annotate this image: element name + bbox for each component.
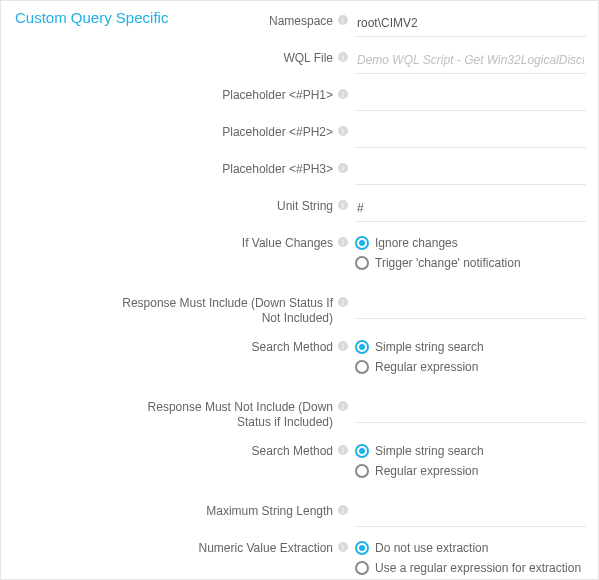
info-icon: i [337,340,349,352]
radio-icon [355,541,369,555]
svg-text:i: i [342,201,344,210]
radio-icon [355,256,369,270]
radio-icon [355,464,369,478]
radio-icon [355,340,369,354]
radio-ignore-changes[interactable]: Ignore changes [355,236,586,250]
label-search-method-2: Search Method i [15,438,355,459]
row-max-string-len: Maximum String Length i [15,498,586,527]
label-resp-must-not-include: Response Must Not Include (Down Status i… [15,394,355,430]
svg-text:i: i [342,90,344,99]
info-icon: i [337,51,349,63]
svg-text:i: i [342,16,344,25]
svg-text:i: i [342,402,344,411]
row-resp-must-include: Response Must Include (Down Status If No… [15,290,586,326]
info-icon: i [337,14,349,26]
radio-icon [355,561,369,575]
radio-regex-extraction[interactable]: Use a regular expression for extraction [355,561,586,575]
svg-text:i: i [342,53,344,62]
radio-icon [355,360,369,374]
svg-text:i: i [342,298,344,307]
namespace-input[interactable] [355,10,586,37]
radio-regex-2[interactable]: Regular expression [355,464,586,478]
row-if-value-changes: If Value Changes i Ignore changes Trigge… [15,230,586,276]
radio-icon [355,236,369,250]
radio-regex-1[interactable]: Regular expression [355,360,586,374]
radio-icon [355,444,369,458]
row-wql-file: WQL File i [15,45,586,74]
info-icon: i [337,400,349,412]
svg-text:i: i [342,342,344,351]
row-search-method-1: Search Method i Simple string search Reg… [15,334,586,380]
label-wql-file: WQL File i [15,45,355,66]
ph3-input[interactable] [355,158,586,185]
resp-must-include-input[interactable] [355,292,586,319]
svg-text:i: i [342,543,344,552]
ph2-input[interactable] [355,121,586,148]
label-ph1: Placeholder <#PH1> i [15,82,355,103]
label-numeric-extraction: Numeric Value Extraction i [15,535,355,556]
row-ph3: Placeholder <#PH3> i [15,156,586,185]
label-namespace: Namespace i [15,8,355,29]
radio-simple-search-2[interactable]: Simple string search [355,444,586,458]
row-numeric-extraction: Numeric Value Extraction i Do not use ex… [15,535,586,580]
svg-text:i: i [342,506,344,515]
row-search-method-2: Search Method i Simple string search Reg… [15,438,586,484]
label-if-value-changes: If Value Changes i [15,230,355,251]
svg-text:i: i [342,164,344,173]
resp-must-not-include-input[interactable] [355,396,586,423]
label-ph2: Placeholder <#PH2> i [15,119,355,140]
row-unit-string: Unit String i [15,193,586,222]
label-ph3: Placeholder <#PH3> i [15,156,355,177]
svg-text:i: i [342,238,344,247]
info-icon: i [337,88,349,100]
info-icon: i [337,541,349,553]
svg-text:i: i [342,127,344,136]
info-icon: i [337,236,349,248]
info-icon: i [337,125,349,137]
info-icon: i [337,444,349,456]
wql-file-input[interactable] [355,47,586,74]
row-ph1: Placeholder <#PH1> i [15,82,586,111]
max-string-len-input[interactable] [355,500,586,527]
info-icon: i [337,504,349,516]
label-resp-must-include: Response Must Include (Down Status If No… [15,290,355,326]
label-unit-string: Unit String i [15,193,355,214]
row-ph2: Placeholder <#PH2> i [15,119,586,148]
radio-no-extraction[interactable]: Do not use extraction [355,541,586,555]
custom-query-panel: Custom Query Specific Namespace i WQL Fi… [0,0,599,580]
row-namespace: Namespace i [15,8,586,37]
radio-trigger-change[interactable]: Trigger 'change' notification [355,256,586,270]
label-max-string-len: Maximum String Length i [15,498,355,519]
unit-string-input[interactable] [355,195,586,222]
ph1-input[interactable] [355,84,586,111]
row-resp-must-not-include: Response Must Not Include (Down Status i… [15,394,586,430]
label-search-method-1: Search Method i [15,334,355,355]
svg-text:i: i [342,446,344,455]
info-icon: i [337,162,349,174]
info-icon: i [337,296,349,308]
info-icon: i [337,199,349,211]
radio-simple-search-1[interactable]: Simple string search [355,340,586,354]
